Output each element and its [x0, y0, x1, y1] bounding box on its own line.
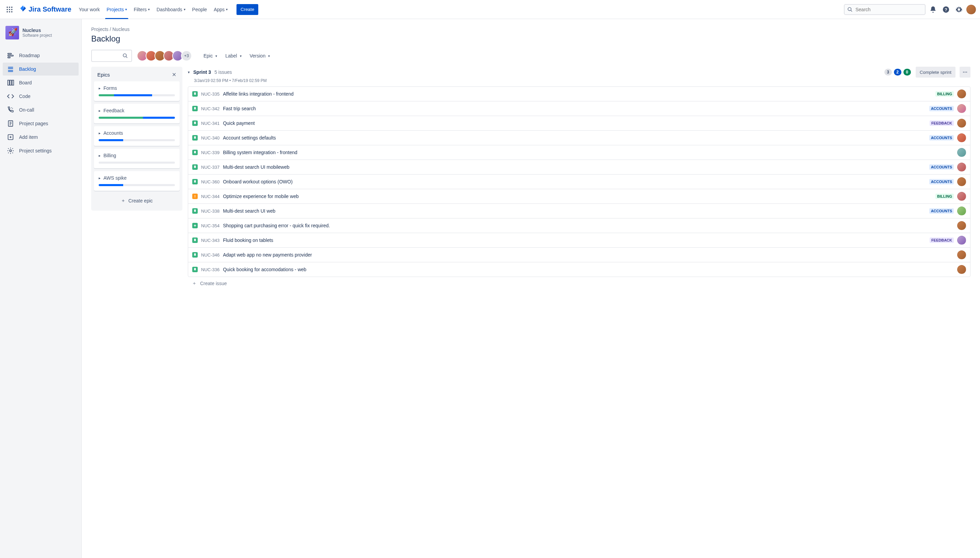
issue-key[interactable]: NUC-342: [201, 106, 220, 111]
assignee-avatar[interactable]: [957, 221, 966, 230]
issue-key[interactable]: NUC-336: [201, 267, 220, 272]
top-navigation: Jira Software Your workProjects▾Filters▾…: [0, 0, 980, 19]
jira-logo-icon: [19, 5, 27, 14]
issue-epic-label: FEEDBACK: [930, 238, 954, 243]
issue-row[interactable]: NUC-335Affelite links integration - fron…: [188, 87, 970, 102]
nav-item-people[interactable]: People: [189, 0, 211, 19]
issue-epic-label: ACCOUNTS: [929, 135, 954, 141]
issue-key[interactable]: NUC-340: [201, 135, 220, 141]
project-name: Nucleus: [23, 28, 52, 33]
settings-icon[interactable]: [954, 4, 964, 15]
profile-avatar[interactable]: [966, 5, 976, 14]
filter-version[interactable]: Version▾: [247, 51, 273, 61]
issue-row[interactable]: NUC-354Shopping cart purchasing error - …: [188, 218, 970, 233]
issue-row[interactable]: NUC-340Account settings defaultsACCOUNTS: [188, 131, 970, 145]
complete-sprint-button[interactable]: Complete sprint: [916, 67, 955, 77]
assignee-avatar[interactable]: [957, 236, 966, 245]
chevron-down-icon: ▾: [184, 8, 185, 11]
nav-item-your-work[interactable]: Your work: [76, 0, 103, 19]
product-logo[interactable]: Jira Software: [16, 5, 74, 14]
issue-row[interactable]: NUC-341Quick paymentFEEDBACK: [188, 116, 970, 131]
svg-point-30: [10, 150, 11, 152]
issue-row[interactable]: NUC-339Billing system integration - fron…: [188, 145, 970, 160]
issue-key[interactable]: NUC-346: [201, 253, 220, 258]
sidebar-item-roadmap[interactable]: Roadmap: [3, 49, 79, 62]
issue-row[interactable]: NUC-346Adapt web app no new payments pro…: [188, 248, 970, 262]
assignee-avatar[interactable]: [957, 250, 966, 259]
issue-key[interactable]: NUC-335: [201, 92, 220, 97]
svg-rect-6: [7, 11, 8, 12]
project-header[interactable]: Nucleus Software project: [3, 26, 79, 46]
nav-item-apps[interactable]: Apps▾: [210, 0, 231, 19]
issue-key[interactable]: NUC-344: [201, 194, 220, 199]
close-icon[interactable]: ✕: [172, 71, 176, 78]
svg-rect-36: [194, 225, 196, 226]
nav-item-projects[interactable]: Projects▾: [103, 0, 130, 19]
sidebar-item-label: Board: [19, 80, 32, 85]
epic-card[interactable]: ▸Accounts: [94, 126, 180, 146]
issue-key[interactable]: NUC-337: [201, 165, 220, 170]
sidebar-item-label: Add item: [19, 135, 38, 140]
backlog-search[interactable]: [91, 50, 132, 62]
assignee-avatar[interactable]: [957, 192, 966, 201]
issue-summary: Multi-dest search UI web: [223, 208, 926, 214]
sidebar-item-add-item[interactable]: Add item: [3, 131, 79, 144]
nav-item-dashboards[interactable]: Dashboards▾: [153, 0, 189, 19]
epic-card[interactable]: ▸Billing: [94, 149, 180, 168]
filter-label[interactable]: Label▾: [223, 51, 244, 61]
svg-rect-0: [7, 7, 8, 8]
sidebar-item-backlog[interactable]: Backlog: [3, 62, 79, 75]
notifications-icon[interactable]: [927, 4, 939, 15]
create-epic-button[interactable]: ＋ Create epic: [94, 194, 180, 208]
issue-row[interactable]: NUC-343Fluid booking on tabletsFEEDBACK: [188, 233, 970, 248]
assignee-avatar[interactable]: [957, 104, 966, 113]
chevron-down-icon[interactable]: ▾: [188, 70, 190, 74]
create-issue-button[interactable]: ＋ Create issue: [188, 277, 970, 290]
avatar-more[interactable]: +3: [181, 50, 192, 61]
sidebar-item-code[interactable]: Code: [3, 90, 79, 103]
assignee-avatar[interactable]: [957, 177, 966, 186]
app-switcher-icon[interactable]: [4, 4, 15, 15]
help-icon[interactable]: ?: [941, 4, 951, 15]
issue-key[interactable]: NUC-343: [201, 238, 220, 243]
issue-row[interactable]: NUC-338Multi-dest search UI webACCOUNTS: [188, 204, 970, 218]
issue-key[interactable]: NUC-354: [201, 223, 220, 228]
sprint-dates: 3/Jan/19 02:59 PM • 7/Feb/19 02:59 PM: [194, 78, 970, 83]
assignee-avatar[interactable]: [957, 162, 966, 171]
issue-row[interactable]: NUC-337Multi-dest search UI mobilewebACC…: [188, 160, 970, 174]
svg-rect-7: [9, 11, 10, 12]
create-button[interactable]: Create: [236, 4, 258, 15]
assignee-avatar[interactable]: [957, 119, 966, 128]
issue-key[interactable]: NUC-338: [201, 208, 220, 214]
issue-row[interactable]: NUC-344Optimize experience for mobile we…: [188, 189, 970, 204]
assignee-avatar[interactable]: [957, 133, 966, 142]
svg-line-32: [126, 56, 127, 58]
search-input[interactable]: [844, 4, 926, 15]
epic-name: Accounts: [103, 130, 123, 136]
issue-type-icon: [192, 164, 198, 170]
sidebar-item-on-call[interactable]: On-call: [3, 103, 79, 117]
issue-row[interactable]: NUC-342Fast trip searchACCOUNTS: [188, 102, 970, 116]
svg-rect-3: [7, 9, 8, 10]
issue-row[interactable]: NUC-360Onboard workout options (OWO)ACCO…: [188, 174, 970, 189]
breadcrumb-root[interactable]: Projects: [91, 26, 108, 32]
filter-epic[interactable]: Epic▾: [201, 51, 220, 61]
epic-card[interactable]: ▸Forms: [94, 81, 180, 101]
assignee-avatar[interactable]: [957, 89, 966, 98]
assignee-avatar[interactable]: [957, 207, 966, 215]
sidebar-item-project-settings[interactable]: Project settings: [3, 144, 79, 157]
sidebar-item-project-pages[interactable]: Project pages: [3, 117, 79, 130]
assignee-avatar[interactable]: [957, 265, 966, 274]
issue-key[interactable]: NUC-341: [201, 121, 220, 126]
epic-card[interactable]: ▸Feedback: [94, 104, 180, 123]
issue-key[interactable]: NUC-339: [201, 150, 220, 155]
assignee-avatar[interactable]: [957, 148, 966, 157]
sidebar-item-board[interactable]: Board: [3, 76, 79, 89]
nav-item-filters[interactable]: Filters▾: [130, 0, 153, 19]
issue-key[interactable]: NUC-360: [201, 179, 220, 184]
chevron-down-icon: ▾: [268, 54, 270, 58]
sprint-more-icon[interactable]: ⋯: [960, 67, 970, 77]
epic-card[interactable]: ▸AWS spike: [94, 171, 180, 191]
epics-panel: Epics ✕ ▸Forms▸Feedback▸Accounts▸Billing…: [91, 67, 182, 211]
issue-row[interactable]: NUC-336Quick booking for accomodations -…: [188, 262, 970, 277]
